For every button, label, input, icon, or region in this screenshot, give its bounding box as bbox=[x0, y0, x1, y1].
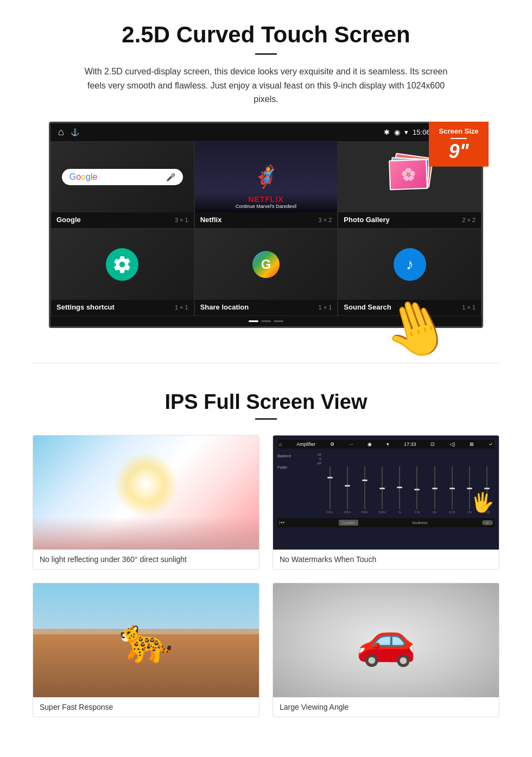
amp-settings-icon: ⚙ bbox=[330, 441, 334, 447]
settings-app-name: Settings shortcut bbox=[56, 303, 115, 311]
settings-icon bbox=[106, 248, 138, 281]
app-grid: Google 🎤 Google 3 × 1 🦸 ▶ bbox=[50, 141, 482, 316]
netflix-subtitle: Continue Marvel's Daredevil bbox=[199, 204, 333, 209]
gallery-app-size: 2 × 2 bbox=[462, 217, 476, 223]
app-cell-sound[interactable]: ♪ Sound Search 1 × 1 bbox=[338, 229, 482, 316]
amp-labels: Balance Fader bbox=[277, 453, 296, 514]
bluetooth-icon: ✱ bbox=[384, 128, 390, 136]
device-screen: ⌂ ⚓ ✱ ◉ ▾ 15:06 ⊡ ◁) ⊠ ▭ bbox=[49, 122, 483, 328]
gallery-photo-3: 🌸 bbox=[389, 159, 428, 190]
status-bar: ⌂ ⚓ ✱ ◉ ▾ 15:06 ⊡ ◁) ⊠ ▭ bbox=[50, 123, 482, 141]
loudness-label: loudness bbox=[413, 521, 428, 525]
amp-hand-icon: 🖐 bbox=[471, 491, 495, 514]
sound-app-name: Sound Search bbox=[344, 303, 391, 311]
eq-sliders: 60hz 100hz bbox=[322, 466, 495, 514]
netflix-app-name: Netflix bbox=[200, 216, 222, 224]
netflix-label-row: Netflix 3 × 2 bbox=[195, 212, 338, 228]
amp-main: Balance Fader 10 0 -10 bbox=[277, 451, 495, 516]
section1-title: 2.5D Curved Touch Screen bbox=[33, 22, 499, 48]
eq-bar-500hz: 500hz bbox=[375, 466, 390, 514]
feature-card-car: 🚗 Large Viewing Angle bbox=[273, 583, 499, 717]
amp-title: Amplifier bbox=[296, 441, 315, 447]
badge-divider bbox=[451, 138, 467, 139]
gallery-app-name: Photo Gallery bbox=[344, 216, 390, 224]
sound-icon: ♪ bbox=[394, 248, 426, 281]
share-app-name: Share location bbox=[200, 303, 249, 311]
netflix-overlay: NETFLIX Continue Marvel's Daredevil bbox=[195, 192, 338, 212]
sound-thumbnail: ♪ bbox=[338, 229, 481, 300]
amp-time: 17:33 bbox=[404, 441, 416, 447]
amp-win-icon: ⤶ bbox=[489, 441, 493, 447]
amp-prev-icon: |◂◂ bbox=[279, 520, 284, 525]
google-mic-icon[interactable]: 🎤 bbox=[166, 173, 175, 181]
cheetah-image: 🐆 bbox=[33, 583, 259, 697]
screen-size-badge: Screen Size 9" bbox=[429, 122, 489, 167]
section-divider bbox=[33, 363, 499, 363]
cheetah-emoji: 🐆 bbox=[119, 615, 173, 666]
google-app-name: Google bbox=[56, 216, 81, 224]
flower-emoji: 🌸 bbox=[401, 167, 416, 182]
sunlight-image bbox=[33, 436, 259, 550]
share-thumbnail: G bbox=[195, 229, 338, 300]
amp-balance-label: Balance bbox=[277, 454, 296, 458]
app-cell-share[interactable]: G Share location 1 × 1 bbox=[194, 229, 338, 316]
gear-icon bbox=[112, 255, 132, 274]
dot-2 bbox=[261, 320, 271, 322]
amp-home-icon: ⌂ bbox=[279, 441, 282, 447]
eq-bar-200hz: 200hz bbox=[357, 466, 372, 514]
badge-size: 9" bbox=[433, 142, 484, 161]
eq-bar-12_5k: 12.5k bbox=[445, 466, 460, 514]
amplifier-image: ⌂ Amplifier ⚙ ··· ◉ ▾ 17:33 ⊡ ◁) ⊠ ⤶ Bal… bbox=[273, 436, 499, 550]
dot-1 bbox=[249, 320, 258, 322]
amp-wifi-icon: ▾ bbox=[387, 441, 389, 447]
app-cell-netflix[interactable]: 🦸 ▶ NETFLIX Continue Marvel's Daredevil … bbox=[194, 141, 338, 229]
wifi-icon: ▾ bbox=[404, 128, 408, 136]
app-cell-google[interactable]: Google 🎤 Google 3 × 1 bbox=[50, 141, 194, 229]
sound-label-row: Sound Search 1 × 1 bbox=[338, 300, 481, 316]
settings-label-row: Settings shortcut 1 × 1 bbox=[51, 300, 194, 316]
share-app-size: 1 × 1 bbox=[319, 304, 332, 311]
custom-button[interactable]: Custom bbox=[339, 520, 358, 526]
car-top-view-icon: 🚗 bbox=[356, 611, 416, 668]
device-wrapper: Screen Size 9" ⌂ ⚓ ✱ ◉ ▾ 15:06 ⊡ ◁) ⊠ bbox=[49, 122, 483, 328]
time-display: 15:06 bbox=[413, 128, 430, 136]
eq-bar-60hz: 60hz bbox=[322, 466, 338, 514]
location-icon: ◉ bbox=[394, 128, 400, 136]
sun-glow bbox=[113, 452, 179, 517]
pagination bbox=[50, 316, 482, 326]
eq-bar-1k: 1k bbox=[392, 466, 407, 514]
car-bg: 🚗 bbox=[273, 583, 499, 697]
google-thumbnail: Google 🎤 bbox=[51, 142, 194, 212]
section2-title: IPS Full Screen View bbox=[33, 390, 499, 414]
amp-location-icon: ◉ bbox=[368, 441, 372, 447]
eq-bars-container: 10 0 -10 60hz bbox=[300, 453, 495, 514]
status-bar-left: ⌂ ⚓ bbox=[58, 127, 79, 138]
feature-grid: No light reflecting under 360° direct su… bbox=[33, 435, 499, 717]
section-curved-screen: 2.5D Curved Touch Screen With 2.5D curve… bbox=[0, 0, 532, 346]
amp-fader-label: Fader bbox=[277, 465, 296, 469]
sunlight-ground bbox=[33, 517, 259, 550]
amp-vol-icon: ◁) bbox=[449, 441, 455, 447]
feature-card-amplifier: ⌂ Amplifier ⚙ ··· ◉ ▾ 17:33 ⊡ ◁) ⊠ ⤶ Bal… bbox=[273, 435, 499, 570]
sound-app-size: 1 × 1 bbox=[462, 304, 476, 311]
google-label-row: Google 3 × 1 bbox=[51, 212, 194, 228]
settings-thumbnail bbox=[51, 229, 194, 300]
feature-caption-sunlight: No light reflecting under 360° direct su… bbox=[33, 550, 259, 569]
music-note-icon: ♪ bbox=[406, 256, 414, 273]
app-cell-settings[interactable]: Settings shortcut 1 × 1 bbox=[50, 229, 194, 316]
title-underline bbox=[255, 53, 277, 55]
google-logo: Google bbox=[69, 172, 98, 182]
eq-bar-2_5k: 2.5k bbox=[409, 466, 425, 514]
amp-dots: ··· bbox=[349, 441, 353, 447]
netflix-app-size: 3 × 2 bbox=[319, 217, 332, 223]
amp-cam-icon: ⊡ bbox=[430, 441, 435, 447]
loudness-toggle[interactable]: ○ bbox=[482, 520, 493, 525]
google-search-bar[interactable]: Google 🎤 bbox=[62, 169, 183, 185]
google-app-size: 3 × 1 bbox=[175, 217, 188, 223]
badge-title: Screen Size bbox=[433, 127, 484, 135]
amp-header: ⌂ Amplifier ⚙ ··· ◉ ▾ 17:33 ⊡ ◁) ⊠ ⤶ bbox=[277, 440, 495, 449]
gallery-label-row: Photo Gallery 2 × 2 bbox=[338, 212, 481, 228]
gallery-stack: 🌸 bbox=[388, 155, 432, 199]
feature-caption-watermarks: No Watermarks When Touch bbox=[273, 550, 499, 569]
dot-3 bbox=[274, 320, 283, 322]
